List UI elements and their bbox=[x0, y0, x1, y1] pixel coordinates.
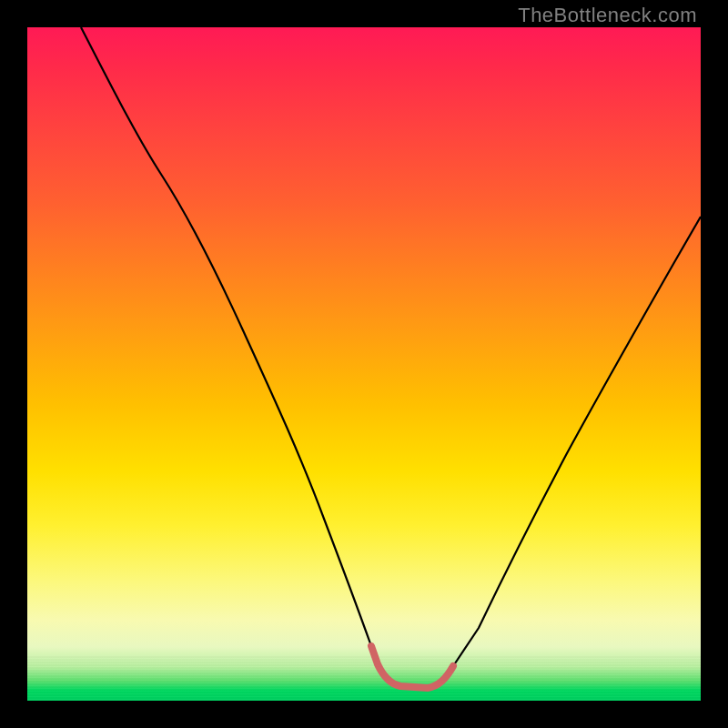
optimal-range-highlight bbox=[371, 646, 453, 688]
curve-svg bbox=[27, 27, 701, 701]
bottleneck-curve bbox=[81, 27, 701, 688]
plot-area bbox=[27, 27, 701, 701]
chart-container: TheBottleneck.com bbox=[0, 0, 728, 728]
watermark-text: TheBottleneck.com bbox=[518, 4, 697, 27]
